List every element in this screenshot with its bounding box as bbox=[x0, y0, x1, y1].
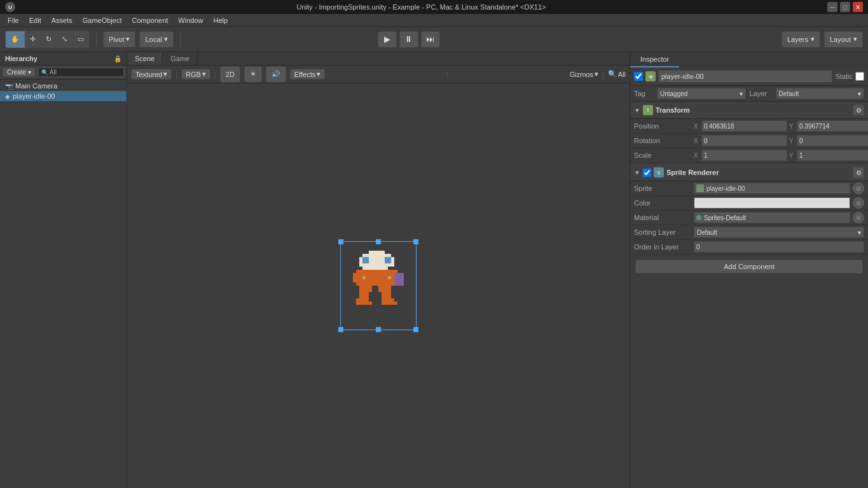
textured-arrow: ▾ bbox=[163, 70, 167, 78]
order-layer-row: Order in Layer bbox=[630, 240, 868, 254]
effects-dropdown[interactable]: Effects ▾ bbox=[290, 69, 325, 80]
tag-dropdown[interactable]: Untagged ▾ bbox=[657, 88, 746, 99]
handle-bc[interactable] bbox=[376, 327, 381, 332]
maximize-button[interactable]: □ bbox=[840, 2, 850, 12]
order-layer-label: Order in Layer bbox=[634, 243, 691, 251]
menu-help[interactable]: Help bbox=[208, 17, 233, 24]
create-label: Create bbox=[7, 69, 26, 76]
layout-arrow: ▾ bbox=[853, 35, 857, 43]
lighting-button[interactable]: ☀ bbox=[244, 66, 262, 83]
scene-tab-label: Scene bbox=[135, 55, 155, 62]
sprite-renderer-settings-btn[interactable]: ⚙ bbox=[853, 167, 864, 178]
position-x-axis: X bbox=[694, 123, 700, 130]
order-layer-input[interactable] bbox=[694, 241, 864, 253]
menu-window[interactable]: Window bbox=[173, 17, 208, 24]
static-label: Static bbox=[835, 73, 853, 80]
audio-button[interactable]: 🔊 bbox=[266, 66, 286, 83]
menu-file[interactable]: File bbox=[3, 17, 24, 24]
sprite-label: Sprite bbox=[634, 185, 691, 192]
handle-tr[interactable] bbox=[413, 239, 418, 244]
menu-edit[interactable]: Edit bbox=[24, 17, 46, 24]
tag-arrow: ▾ bbox=[740, 90, 743, 97]
menu-gameobject[interactable]: GameObject bbox=[78, 17, 127, 24]
hand-tool[interactable]: ✋ bbox=[6, 31, 25, 48]
position-y-input[interactable] bbox=[797, 120, 868, 132]
rotation-x-input[interactable] bbox=[701, 135, 787, 146]
layers-dropdown[interactable]: Layers ▾ bbox=[782, 31, 820, 48]
layer-dropdown[interactable]: Default ▾ bbox=[776, 88, 865, 99]
gizmos-dropdown[interactable]: Gizmos ▾ bbox=[570, 70, 598, 78]
material-picker-btn[interactable]: ◎ bbox=[853, 212, 864, 223]
unity-logo: U bbox=[5, 2, 15, 12]
textured-dropdown[interactable]: Textured ▾ bbox=[131, 69, 172, 80]
2d-label: 2D bbox=[226, 71, 235, 78]
sprite-renderer-buttons: ⚙ bbox=[853, 167, 864, 178]
hierarchy-panel: Hierarchy 🔒 Create ▾ 🔍 All 📷 Main Camera… bbox=[0, 52, 127, 488]
scale-tool[interactable]: ⤡ bbox=[57, 31, 72, 48]
2d-button[interactable]: 2D bbox=[220, 66, 240, 83]
menu-component[interactable]: Component bbox=[127, 17, 173, 24]
color-picker-btn[interactable]: ◎ bbox=[853, 197, 864, 209]
handle-tc[interactable] bbox=[376, 239, 381, 244]
hierarchy-item-player[interactable]: ◈ player-idle-00 bbox=[0, 91, 127, 101]
scale-y-input[interactable] bbox=[797, 150, 868, 161]
move-tool[interactable]: ✛ bbox=[25, 31, 41, 48]
add-component-btn[interactable]: Add Component bbox=[635, 260, 863, 274]
object-name-input[interactable] bbox=[658, 70, 832, 83]
game-tab[interactable]: Game bbox=[163, 52, 198, 65]
close-button[interactable]: ✕ bbox=[853, 2, 863, 12]
all-layers-icon: 🔍 bbox=[608, 70, 617, 78]
player-sprite bbox=[347, 247, 410, 324]
rotate-tool[interactable]: ↻ bbox=[41, 31, 57, 48]
material-value-field[interactable]: Sprites-Default bbox=[694, 212, 850, 223]
play-button[interactable]: ▶ bbox=[378, 31, 397, 48]
color-swatch[interactable] bbox=[694, 197, 850, 209]
step-button[interactable]: ⏭ bbox=[421, 31, 440, 48]
position-fields: X Y Z bbox=[694, 120, 868, 132]
static-checkbox[interactable] bbox=[855, 72, 864, 81]
scale-x-field: X bbox=[694, 150, 787, 161]
hierarchy-list: 📷 Main Camera ◈ player-idle-00 bbox=[0, 80, 127, 488]
toolbar: ✋ ✛ ↻ ⤡ ▭ Pivot ▾ Local ▾ ▶ ⏸ ⏭ Layers ▾… bbox=[0, 27, 868, 52]
sprite-value-field[interactable]: player-idle-00 bbox=[694, 183, 850, 194]
scene-view[interactable] bbox=[127, 83, 630, 488]
layout-dropdown[interactable]: Layout ▾ bbox=[824, 31, 863, 48]
handle-bl[interactable] bbox=[338, 327, 343, 332]
scene-toolbar: Textured ▾ | RGB ▾ | 2D ☀ 🔊 Effects ▾ | bbox=[127, 66, 630, 83]
handle-tl[interactable] bbox=[338, 239, 343, 244]
rotation-y-input[interactable] bbox=[797, 135, 868, 146]
rect-tool[interactable]: ▭ bbox=[72, 31, 89, 48]
scene-tab[interactable]: Scene bbox=[127, 52, 163, 65]
sorting-layer-row: Sorting Layer Default ▾ bbox=[630, 225, 868, 240]
scale-x-input[interactable] bbox=[701, 150, 787, 161]
layers-label: Layers bbox=[787, 36, 808, 43]
transform-header[interactable]: ▼ T Transform ⚙ bbox=[630, 102, 868, 119]
color-row: Color ◎ bbox=[630, 196, 868, 211]
handle-br[interactable] bbox=[413, 327, 418, 332]
all-layers-dropdown[interactable]: 🔍 All bbox=[608, 70, 626, 78]
sprite-renderer-header[interactable]: ▼ S Sprite Renderer ⚙ bbox=[630, 164, 868, 181]
position-x-input[interactable] bbox=[701, 120, 787, 132]
transform-settings-btn[interactable]: ⚙ bbox=[853, 104, 864, 116]
scale-row: Scale X Y Z bbox=[630, 148, 868, 163]
pivot-button[interactable]: Pivot ▾ bbox=[103, 31, 135, 48]
toolbar-pipe-4: | bbox=[602, 71, 604, 78]
create-arrow: ▾ bbox=[28, 69, 31, 76]
rgb-dropdown[interactable]: RGB ▾ bbox=[181, 69, 210, 80]
sprite-picker-btn[interactable]: ◎ bbox=[853, 183, 864, 194]
object-enabled-checkbox[interactable] bbox=[634, 72, 643, 81]
minimize-button[interactable]: ─ bbox=[827, 2, 837, 12]
hierarchy-title: Hierarchy bbox=[5, 55, 38, 62]
hierarchy-item-main-camera[interactable]: 📷 Main Camera bbox=[0, 81, 127, 91]
effects-arrow: ▾ bbox=[317, 70, 320, 78]
inspector-tab[interactable]: Inspector bbox=[630, 52, 679, 67]
local-button[interactable]: Local ▾ bbox=[139, 31, 173, 48]
position-y-field: Y bbox=[789, 120, 868, 132]
sprite-renderer-enabled[interactable] bbox=[643, 169, 651, 177]
pause-button[interactable]: ⏸ bbox=[399, 31, 418, 48]
lighting-icon: ☀ bbox=[250, 70, 256, 78]
scale-fields: X Y Z bbox=[694, 150, 868, 161]
menu-assets[interactable]: Assets bbox=[46, 17, 78, 24]
sorting-layer-dropdown[interactable]: Default ▾ bbox=[694, 227, 864, 238]
hierarchy-create-btn[interactable]: Create ▾ bbox=[3, 67, 36, 77]
